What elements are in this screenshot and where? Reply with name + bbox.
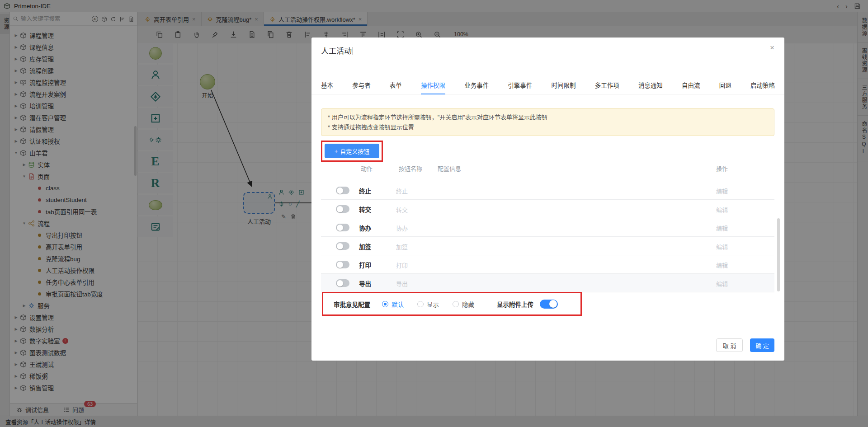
text-caret <box>353 47 353 55</box>
confirm-button[interactable]: 确 定 <box>750 338 774 352</box>
table-scrollbar[interactable] <box>777 218 780 291</box>
row-action-label: 转交 <box>359 205 371 214</box>
table-row-协办: 协办协办编辑 <box>321 218 774 237</box>
row-button-name: 转交 <box>396 205 408 214</box>
table-row-转交: 转交转交编辑 <box>321 200 774 218</box>
row-button-name: 协办 <box>396 224 408 232</box>
dialog-tab-时间限制[interactable]: 时间限制 <box>552 80 576 94</box>
dialog-tab-业务事件[interactable]: 业务事件 <box>464 80 489 94</box>
dialog-tab-启动策略[interactable]: 启动策略 <box>750 80 775 94</box>
dialog-tab-消息通知[interactable]: 消息通知 <box>638 80 663 94</box>
annotation-box-approval-config <box>322 292 582 316</box>
dialog-tab-基本[interactable]: 基本 <box>321 80 333 94</box>
table-row-导出: 导出导出编辑 <box>321 274 774 292</box>
row-button-name: 加签 <box>396 242 408 251</box>
annotation-box-custom-button <box>321 141 383 162</box>
row-action-label: 打印 <box>359 260 371 269</box>
edit-link[interactable]: 编辑 <box>716 279 728 288</box>
table-row-打印: 打印打印编辑 <box>321 255 774 274</box>
notice-box: * 用户可以为流程指定环节选择所需按钮，"开关启用"表示对应环节表单将显示此按钮… <box>321 108 774 136</box>
table-row-终止: 终止终止编辑 <box>321 181 774 200</box>
table-header: 动作 按钮名称 配置信息 操作 <box>321 164 774 174</box>
edit-link[interactable]: 编辑 <box>716 224 728 232</box>
toggle-协办[interactable] <box>336 224 349 231</box>
permission-table: 终止终止编辑转交转交编辑协办协办编辑加签加签编辑打印打印编辑导出导出编辑 <box>321 181 774 292</box>
toggle-终止[interactable] <box>336 187 349 194</box>
toggle-加签[interactable] <box>336 242 349 250</box>
edit-link[interactable]: 编辑 <box>716 205 728 214</box>
dialog-tab-参与者[interactable]: 参与者 <box>352 80 371 94</box>
toggle-转交[interactable] <box>336 205 349 213</box>
dialog-tab-操作权限[interactable]: 操作权限 <box>421 80 445 94</box>
dialog-tab-自由流[interactable]: 自由流 <box>682 80 700 94</box>
manual-activity-dialog: 人工活动 × 基本参与者表单操作权限业务事件引擎事件时间限制多工作项消息通知自由… <box>311 38 784 361</box>
dialog-tab-多工作项[interactable]: 多工作项 <box>595 80 619 94</box>
dialog-tab-回退[interactable]: 回退 <box>719 80 731 94</box>
col-button-name: 按钮名称 <box>399 164 422 173</box>
application-window: Primeton-IDE ‹ › 资源 AI ▶课程管理▶课程信息▶库存管理▶流… <box>0 0 868 427</box>
row-button-name: 导出 <box>396 279 408 288</box>
table-row-加签: 加签加签编辑 <box>321 237 774 255</box>
cancel-button[interactable]: 取 消 <box>716 338 743 352</box>
toggle-导出[interactable] <box>336 279 349 287</box>
dialog-tab-引擎事件[interactable]: 引擎事件 <box>508 80 532 94</box>
row-action-label: 终止 <box>359 186 371 195</box>
toggle-打印[interactable] <box>336 261 349 268</box>
notice-line-2: * 支持通过拖拽改变按钮显示位置 <box>328 122 768 132</box>
row-action-label: 导出 <box>359 279 371 288</box>
edit-link[interactable]: 编辑 <box>716 187 728 195</box>
dialog-tabs: 基本参与者表单操作权限业务事件引擎事件时间限制多工作项消息通知自由流回退启动策略 <box>311 80 784 94</box>
edit-link[interactable]: 编辑 <box>716 261 728 269</box>
dialog-tab-表单[interactable]: 表单 <box>390 80 402 94</box>
row-action-label: 加签 <box>359 242 371 251</box>
edit-link[interactable]: 编辑 <box>716 242 728 251</box>
dialog-title[interactable]: 人工活动 <box>321 45 353 56</box>
col-config-info: 配置信息 <box>438 164 461 173</box>
notice-line-1: * 用户可以为流程指定环节选择所需按钮，"开关启用"表示对应环节表单将显示此按钮 <box>328 113 768 122</box>
row-button-name: 打印 <box>396 261 408 269</box>
row-action-label: 协办 <box>359 223 371 232</box>
close-icon[interactable]: × <box>770 43 774 52</box>
row-button-name: 终止 <box>396 187 408 195</box>
col-action: 动作 <box>361 164 373 173</box>
col-operation: 操作 <box>716 164 728 173</box>
